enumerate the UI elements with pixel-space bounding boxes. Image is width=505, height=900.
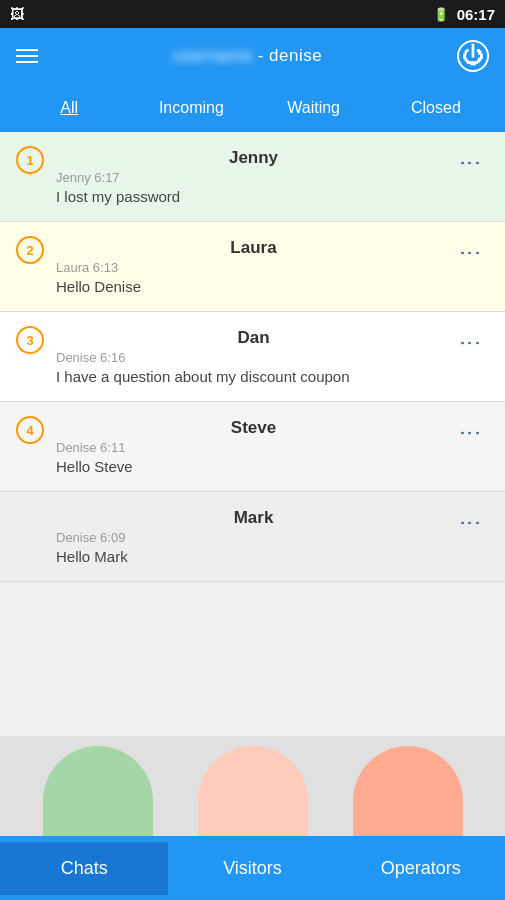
- chat-message: Hello Denise: [56, 278, 451, 295]
- more-options-button[interactable]: ⋮: [451, 328, 489, 360]
- chat-meta: Denise 6:16: [56, 350, 451, 365]
- chat-item[interactable]: Mark Denise 6:09 Hello Mark ⋮: [0, 492, 505, 582]
- tab-waiting[interactable]: Waiting: [253, 91, 375, 125]
- nav-item-visitors[interactable]: Visitors: [168, 842, 336, 895]
- power-button[interactable]: ⏻: [457, 40, 489, 72]
- bottom-nav: ChatsVisitorsOperators: [0, 836, 505, 900]
- chat-item[interactable]: 2 Laura Laura 6:13 Hello Denise ⋮: [0, 222, 505, 312]
- tab-closed[interactable]: Closed: [375, 91, 497, 125]
- phone-icon: 🖼: [10, 6, 24, 22]
- chat-meta: Denise 6:09: [56, 530, 451, 545]
- chat-name: Dan: [56, 328, 451, 348]
- arch-decoration: [0, 736, 505, 836]
- arch-peach: [198, 746, 308, 836]
- chat-message: I have a question about my discount coup…: [56, 368, 451, 385]
- chat-list: 1 Jenny Jenny 6:17 I lost my password ⋮ …: [0, 132, 505, 736]
- chat-content: Dan Denise 6:16 I have a question about …: [56, 328, 451, 385]
- more-options-button[interactable]: ⋮: [451, 508, 489, 540]
- chat-badge: 1: [16, 146, 44, 174]
- chat-item[interactable]: 3 Dan Denise 6:16 I have a question abou…: [0, 312, 505, 402]
- chat-badge: 3: [16, 326, 44, 354]
- tab-incoming[interactable]: Incoming: [130, 91, 252, 125]
- chat-name: Steve: [56, 418, 451, 438]
- header-subtitle: - denise: [258, 46, 322, 65]
- header-title: username - denise: [173, 46, 322, 66]
- header: username - denise ⏻: [0, 28, 505, 84]
- chat-message: Hello Mark: [56, 548, 451, 565]
- chat-item[interactable]: 1 Jenny Jenny 6:17 I lost my password ⋮: [0, 132, 505, 222]
- arch-green: [43, 746, 153, 836]
- arch-peach2: [353, 746, 463, 836]
- chat-meta: Denise 6:11: [56, 440, 451, 455]
- chat-badge: 2: [16, 236, 44, 264]
- chat-item[interactable]: 4 Steve Denise 6:11 Hello Steve ⋮: [0, 402, 505, 492]
- more-options-button[interactable]: ⋮: [451, 418, 489, 450]
- status-time: 06:17: [457, 6, 495, 23]
- tab-all[interactable]: All: [8, 91, 130, 125]
- chat-message: Hello Steve: [56, 458, 451, 475]
- chat-content: Jenny Jenny 6:17 I lost my password: [56, 148, 451, 205]
- battery-icon: 🔋: [433, 7, 449, 22]
- chat-message: I lost my password: [56, 188, 451, 205]
- chat-content: Laura Laura 6:13 Hello Denise: [56, 238, 451, 295]
- more-options-button[interactable]: ⋮: [451, 148, 489, 180]
- chat-name: Jenny: [56, 148, 451, 168]
- header-username: username: [173, 46, 253, 66]
- chat-content: Steve Denise 6:11 Hello Steve: [56, 418, 451, 475]
- status-bar: 🖼 🔋 06:17: [0, 0, 505, 28]
- tabs-bar: All Incoming Waiting Closed: [0, 84, 505, 132]
- chat-meta: Laura 6:13: [56, 260, 451, 275]
- chat-badge: 4: [16, 416, 44, 444]
- chat-name: Mark: [56, 508, 451, 528]
- chat-content: Mark Denise 6:09 Hello Mark: [56, 508, 451, 565]
- status-bar-left: 🖼: [10, 6, 24, 22]
- nav-item-operators[interactable]: Operators: [337, 842, 505, 895]
- nav-item-chats[interactable]: Chats: [0, 842, 168, 895]
- chat-meta: Jenny 6:17: [56, 170, 451, 185]
- chat-name: Laura: [56, 238, 451, 258]
- more-options-button[interactable]: ⋮: [451, 238, 489, 270]
- hamburger-menu[interactable]: [16, 49, 38, 63]
